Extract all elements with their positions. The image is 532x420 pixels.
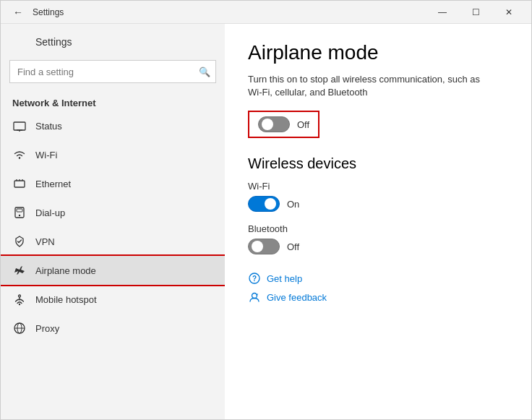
bluetooth-toggle-label: Off: [287, 241, 299, 252]
sidebar-item-proxy[interactable]: Proxy: [1, 314, 225, 343]
svg-rect-0: [14, 122, 25, 130]
sidebar-item-label-proxy: Proxy: [35, 323, 59, 334]
sidebar-header: Settings: [1, 24, 225, 54]
sidebar-item-airplane[interactable]: Airplane mode: [1, 256, 225, 285]
bluetooth-device-row: Off: [248, 239, 508, 254]
back-button[interactable]: ←: [7, 1, 30, 24]
sidebar-item-label-wifi: Wi-Fi: [35, 150, 57, 160]
get-help-link[interactable]: ? Get help: [248, 272, 508, 285]
settings-window: ← Settings — ☐ ✕ Settings 🔍 Network & In…: [0, 0, 532, 420]
give-feedback-link[interactable]: Give feedback: [248, 291, 508, 304]
bluetooth-device-label: Bluetooth: [248, 223, 508, 234]
svg-point-18: [252, 293, 257, 299]
sidebar-item-vpn[interactable]: VPN: [1, 227, 225, 256]
svg-rect-10: [17, 209, 22, 212]
page-description: Turn this on to stop all wireless commun…: [248, 73, 494, 99]
sidebar-item-label-dialup: Dial-up: [35, 207, 65, 218]
airplane-icon: [12, 263, 27, 278]
bluetooth-device-section: Bluetooth Off: [248, 223, 508, 254]
sidebar-item-status[interactable]: Status: [1, 111, 225, 140]
proxy-icon: [12, 321, 27, 335]
svg-rect-4: [14, 181, 25, 187]
window-content: Settings 🔍 Network & Internet Status: [1, 24, 531, 419]
svg-point-11: [19, 304, 20, 305]
wifi-icon: [12, 147, 27, 162]
wifi-device-section: Wi-Fi On: [248, 181, 508, 212]
dialup-icon: [12, 205, 27, 220]
sidebar-item-label-airplane: Airplane mode: [35, 265, 96, 276]
give-feedback-icon: [248, 291, 261, 304]
ethernet-icon: [12, 176, 27, 191]
close-button[interactable]: ✕: [492, 1, 525, 24]
search-box: 🔍: [9, 60, 216, 83]
links-section: ? Get help Give feedback: [248, 272, 508, 304]
sidebar-item-wifi[interactable]: Wi-Fi: [1, 140, 225, 169]
svg-text:?: ?: [252, 275, 257, 283]
sidebar-item-label-status: Status: [35, 121, 62, 132]
status-icon: [12, 119, 27, 133]
sidebar-section-label: Network & Internet: [1, 92, 225, 111]
get-help-label: Get help: [267, 273, 302, 284]
give-feedback-label: Give feedback: [267, 292, 327, 303]
sidebar-item-ethernet[interactable]: Ethernet: [1, 169, 225, 198]
get-help-icon: ?: [248, 272, 261, 285]
window-title: Settings: [33, 7, 426, 17]
sidebar-item-hotspot[interactable]: Mobile hotspot: [1, 285, 225, 314]
sidebar-title: Settings: [35, 36, 72, 48]
airplane-toggle[interactable]: [258, 116, 290, 132]
sidebar: Settings 🔍 Network & Internet Status: [1, 24, 225, 419]
svg-point-12: [19, 295, 21, 297]
maximize-button[interactable]: ☐: [459, 1, 492, 24]
svg-point-9: [19, 215, 20, 216]
vpn-icon: [12, 234, 27, 249]
airplane-toggle-section: Off: [248, 111, 319, 138]
hotspot-icon: [12, 292, 27, 307]
wifi-toggle-thumb: [265, 198, 276, 210]
back-icon: ←: [13, 7, 23, 18]
window-controls: — ☐ ✕: [426, 1, 525, 24]
main-content: Airplane mode Turn this on to stop all w…: [225, 24, 531, 419]
airplane-toggle-label: Off: [297, 119, 309, 130]
wireless-section-title: Wireless devices: [248, 155, 508, 172]
svg-point-3: [19, 157, 20, 158]
wifi-device-label: Wi-Fi: [248, 181, 508, 192]
bluetooth-toggle[interactable]: [248, 239, 280, 254]
bluetooth-toggle-thumb: [252, 241, 263, 252]
wifi-toggle[interactable]: [248, 196, 280, 212]
minimize-button[interactable]: —: [426, 1, 459, 24]
airplane-toggle-thumb: [262, 119, 273, 130]
wifi-toggle-label: On: [287, 199, 299, 210]
search-input[interactable]: [9, 60, 216, 83]
sidebar-item-dialup[interactable]: Dial-up: [1, 198, 225, 227]
sidebar-item-label-vpn: VPN: [35, 236, 55, 247]
titlebar: ← Settings — ☐ ✕: [1, 1, 531, 24]
sidebar-item-label-hotspot: Mobile hotspot: [35, 294, 97, 305]
wifi-device-row: On: [248, 196, 508, 212]
sidebar-item-label-ethernet: Ethernet: [35, 179, 71, 189]
page-title: Airplane mode: [248, 41, 508, 64]
